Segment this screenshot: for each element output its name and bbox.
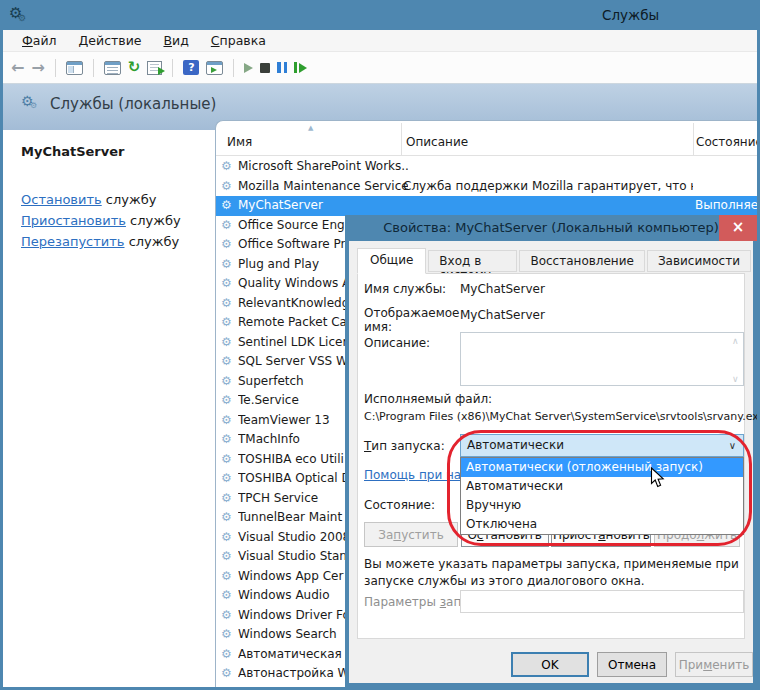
gear-icon: ⚙ [221,469,232,489]
window-titlebar: ⚙⚙ Службы [0,0,760,30]
help-icon[interactable]: ? [183,60,199,75]
gear-icon: ⚙ [221,528,232,548]
tab-logon[interactable]: Вход в систему [428,250,517,272]
export-list-icon[interactable] [147,61,162,75]
toolbar: ← → ↻ ? [3,52,757,84]
service-name-cell: MyChatServer [238,196,408,216]
sort-ascending-icon: ▲ [308,124,313,132]
menu-file[interactable]: Файл [13,33,66,48]
gear-icon: ⚙ [221,391,232,411]
params-hint-text: Вы можете указать параметры запуска, при… [364,556,742,590]
link-suffix: службу [102,192,157,207]
window-border-left [0,0,3,690]
column-divider[interactable] [693,123,694,155]
column-header-name[interactable]: Имя [227,135,252,149]
dialog-titlebar: Свойства: MyChatServer (Локальный компью… [349,215,753,241]
scroll-up-icon: ∧ [732,336,739,346]
description-field[interactable] [460,332,744,386]
restart-service-line: Перезапустить службу [21,231,215,252]
ok-button[interactable]: OK [511,652,589,677]
gear-icon: ⚙ [221,508,232,528]
services-app-icon: ⚙⚙ [9,4,22,22]
tab-dependencies[interactable]: Зависимости [647,250,751,272]
menu-help[interactable]: Справка [202,33,275,48]
menu-action[interactable]: Действие [70,33,151,48]
stop-service-line: Остановить службу [21,189,215,210]
console-tree-icon[interactable] [66,61,83,75]
action-pane-icon[interactable] [206,61,223,75]
gear-icon: ⚙ [221,411,232,431]
list-header: ▲ Имя Описание Состояние [216,121,757,156]
service-row[interactable]: ⚙Mozilla Maintenance ServiceСлужба подде… [216,177,757,197]
service-name-cell: Mozilla Maintenance Service [238,177,408,197]
scroll-down-icon: ∨ [732,374,739,384]
gear-icon: ⚙ [221,664,232,684]
gear-icon: ⚙ [221,255,232,275]
service-desc-cell: Служба поддержки Mozilla гарантирует, чт… [403,177,693,197]
stop-service-link[interactable]: Остановить [21,192,102,207]
gear-icon: ⚙ [221,235,232,255]
gear-icon: ⚙ [221,567,232,587]
dialog-title: Свойства: MyChatServer (Локальный компью… [383,220,719,235]
pause-service-icon[interactable] [277,62,287,73]
mouse-cursor [650,467,665,489]
apply-button: Применить [675,652,753,677]
selected-service-name: MyChatServer [21,144,215,159]
gear-icon: ⚙ [221,430,232,450]
cancel-button[interactable]: Отмена [597,652,667,677]
toolbar-separator [55,59,56,77]
link-suffix: службу [125,234,180,249]
display-name-value: MyChatServer [460,308,545,322]
column-divider[interactable] [401,123,402,155]
gear-icon: ⚙ [221,294,232,314]
tab-recovery[interactable]: Восстановление [519,250,644,272]
description-label: Описание: [364,336,430,350]
services-gear-icon: ⚙⚙ [21,93,34,109]
gear-icon: ⚙ [221,645,232,665]
forward-icon[interactable]: → [31,60,44,76]
restart-service-icon[interactable] [294,62,307,73]
gear-icon: ⚙ [221,352,232,372]
gear-icon: ⚙ [221,313,232,333]
gear-icon: ⚙ [221,196,232,216]
toolbar-separator [93,59,94,77]
gear-icon: ⚙ [221,489,232,509]
link-suffix: службу [126,213,181,228]
gear-icon: ⚙ [221,216,232,236]
stop-service-icon[interactable] [260,63,270,73]
column-header-status[interactable]: Состояние [696,135,757,149]
gear-icon: ⚙ [221,547,232,567]
startup-type-label: Тип запуска: [364,439,445,453]
close-icon[interactable]: × [719,215,757,241]
service-name-label: Имя службы: [364,282,446,296]
service-row[interactable]: ⚙Microsoft SharePoint Works... [216,157,757,177]
gear-icon: ⚙ [221,586,232,606]
toolbar-separator [172,59,173,77]
restart-service-link[interactable]: Перезапустить [21,234,125,249]
tab-general[interactable]: Общие [357,248,426,274]
menu-view[interactable]: Вид [154,33,197,48]
column-header-description[interactable]: Описание [406,135,468,149]
dialog-tabs: Общие Вход в систему Восстановление Зави… [357,247,753,273]
pause-service-link[interactable]: Приостановить [21,213,126,228]
display-name-label: Отображаемое имя: [364,306,456,334]
service-row-selected[interactable]: ⚙MyChatServerВыполняется [216,196,757,216]
menu-bar: Файл Действие Вид Справка [3,30,757,52]
gear-icon: ⚙ [221,450,232,470]
gear-icon: ⚙ [221,372,232,392]
state-label: Состояние: [364,498,435,512]
red-highlight-annotation [447,430,752,546]
back-icon[interactable]: ← [11,60,24,76]
pause-service-line: Приостановить службу [21,210,215,231]
gear-icon: ⚙ [221,177,232,197]
window-title: Службы [602,0,659,30]
gear-icon: ⚙ [221,274,232,294]
properties-icon[interactable] [104,61,121,75]
banner-title: Службы (локальные) [50,95,216,113]
startup-params-input [460,590,744,613]
gear-icon: ⚙ [221,606,232,626]
service-status-cell: Выполняется [695,196,757,216]
refresh-icon[interactable]: ↻ [128,60,141,75]
gear-icon: ⚙ [221,333,232,353]
start-service-icon[interactable] [244,63,253,73]
